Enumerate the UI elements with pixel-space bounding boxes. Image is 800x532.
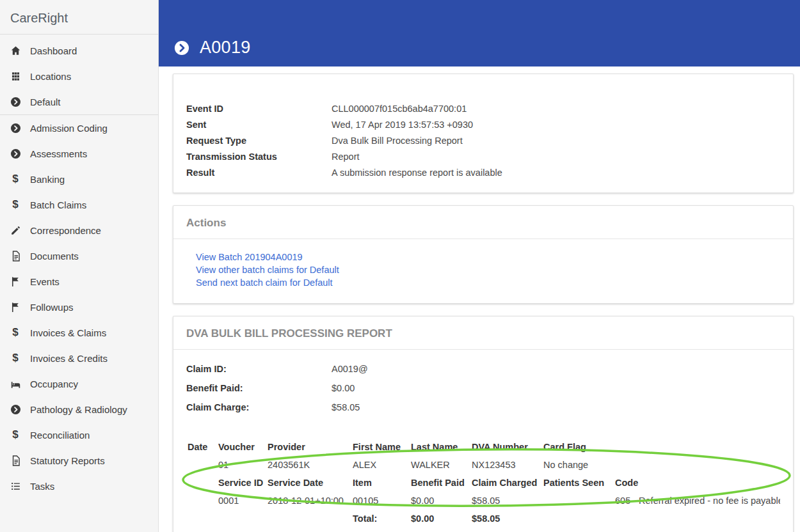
field-label: Event ID xyxy=(186,104,332,114)
total-benefit-paid: $0.00 xyxy=(411,510,472,528)
sidebar-item-locations[interactable]: Locations xyxy=(0,63,158,89)
sidebar-item-invoices-credits[interactable]: $ Invoices & Credits xyxy=(0,345,158,371)
sidebar-nav: Dashboard Locations Default Admission Co… xyxy=(0,35,158,499)
field-label: Benefit Paid: xyxy=(186,383,332,394)
transmission-status-row: Transmission Status Report xyxy=(186,152,780,162)
sidebar-item-reconciliation[interactable]: $ Reconciliation xyxy=(0,422,158,448)
field-value: Dva Bulk Bill Processing Report xyxy=(332,136,463,146)
cell xyxy=(615,438,780,456)
dva-report-title: DVA BULK BILL PROCESSING REPORT xyxy=(173,317,793,350)
field-value: A submission response report is availabl… xyxy=(332,168,502,178)
sidebar: CareRight Dashboard Locations Default Ad… xyxy=(0,0,159,532)
sidebar-item-tasks[interactable]: Tasks xyxy=(0,473,158,499)
circle-arrow-icon xyxy=(9,403,22,416)
bed-icon xyxy=(9,377,22,390)
sidebar-item-label: Followups xyxy=(30,302,74,313)
col-header-service-date: Service Date xyxy=(268,474,353,492)
edit-icon xyxy=(9,224,22,237)
circle-arrow-icon xyxy=(9,95,22,108)
sidebar-item-admission-coding[interactable]: Admission Coding xyxy=(0,115,158,141)
view-batch-link[interactable]: View Batch 201904A0019 xyxy=(196,251,780,263)
sidebar-item-label: Documents xyxy=(30,251,79,262)
flag-icon xyxy=(9,275,22,288)
cell xyxy=(188,510,218,528)
sidebar-item-events[interactable]: Events xyxy=(0,269,158,294)
claim-charged-cell: $58.05 xyxy=(472,492,543,510)
sidebar-item-occupancy[interactable]: Occupancy xyxy=(0,371,158,396)
sidebar-item-label: Batch Claims xyxy=(30,199,86,210)
field-label: Sent xyxy=(186,120,332,130)
sidebar-item-followups[interactable]: Followups xyxy=(0,294,158,320)
sidebar-item-label: Reconciliation xyxy=(30,430,90,441)
field-value: $0.00 xyxy=(332,383,355,394)
total-label: Total: xyxy=(353,510,411,528)
list-icon xyxy=(9,480,22,492)
cell xyxy=(218,510,268,528)
sidebar-item-default[interactable]: Default xyxy=(0,89,158,114)
sidebar-item-label: Pathology & Radiology xyxy=(30,404,127,415)
cell xyxy=(188,492,218,510)
sidebar-item-label: Tasks xyxy=(30,481,54,492)
sidebar-item-documents[interactable]: Documents xyxy=(0,243,158,269)
circle-arrow-icon xyxy=(9,147,22,160)
sidebar-item-assessments[interactable]: Assessments xyxy=(0,141,158,166)
sidebar-item-label: Occupancy xyxy=(30,379,78,389)
col-header-card-flag: Card Flag xyxy=(543,438,615,456)
col-header-item: Item xyxy=(353,474,411,492)
dva-report-card: DVA BULK BILL PROCESSING REPORT Claim ID… xyxy=(173,316,794,532)
sidebar-item-batch-claims[interactable]: $ Batch Claims xyxy=(0,192,158,217)
col-header-patients-seen: Patients Seen xyxy=(543,474,615,492)
document-icon xyxy=(9,249,22,262)
app-logo: CareRight xyxy=(0,0,158,35)
sidebar-item-label: Correspondence xyxy=(30,225,101,236)
dollar-icon: $ xyxy=(9,173,22,185)
dollar-icon: $ xyxy=(9,428,22,441)
sidebar-item-statutory-reports[interactable]: Statutory Reports xyxy=(0,448,158,473)
sidebar-item-dashboard[interactable]: Dashboard xyxy=(0,38,158,63)
col-header-voucher: Voucher xyxy=(218,438,268,456)
cell xyxy=(615,510,780,528)
claim-charge-row: Claim Charge: $58.05 xyxy=(186,402,780,413)
circle-arrow-icon xyxy=(9,121,22,134)
main-content: Event ID CLL000007f015cb6ab4a7700:01 Sen… xyxy=(159,66,800,532)
sidebar-item-correspondence[interactable]: Correspondence xyxy=(0,217,158,243)
col-header-dva-number: DVA Number xyxy=(472,438,543,456)
result-row: Result A submission response report is a… xyxy=(186,168,780,178)
provider-cell: 2403561K xyxy=(268,456,353,474)
event-details-card: Event ID CLL000007f015cb6ab4a7700:01 Sen… xyxy=(173,74,794,193)
code-cell: 605 - Referral expired - no fee is payab… xyxy=(615,492,780,510)
sidebar-item-label: Banking xyxy=(30,174,65,185)
sent-row: Sent Wed, 17 Apr 2019 13:57:53 +0930 xyxy=(186,120,780,130)
col-header-code: Code xyxy=(615,474,780,492)
field-value: $58.05 xyxy=(332,402,360,413)
actions-card-title: Actions xyxy=(173,206,793,239)
col-header-date: Date xyxy=(188,438,218,456)
cell xyxy=(188,474,218,492)
sidebar-item-label: Events xyxy=(30,276,60,287)
actions-card: Actions View Batch 201904A0019 View othe… xyxy=(173,205,794,304)
sidebar-item-pathology-radiology[interactable]: Pathology & Radiology xyxy=(0,396,158,422)
col-header-first-name: First Name xyxy=(353,438,411,456)
item-cell: 00105 xyxy=(353,492,411,510)
total-claim-charged: $58.05 xyxy=(472,510,543,528)
sidebar-item-label: Assessments xyxy=(30,148,87,159)
patients-seen-cell xyxy=(543,492,615,510)
event-id-row: Event ID CLL000007f015cb6ab4a7700:01 xyxy=(186,104,780,114)
sidebar-item-banking[interactable]: $ Banking xyxy=(0,166,158,192)
claim-id-row: Claim ID: A0019@ xyxy=(186,364,780,375)
col-header-benefit-paid: Benefit Paid xyxy=(411,474,472,492)
col-header-claim-charged: Claim Charged xyxy=(472,474,543,492)
sidebar-item-invoices-claims[interactable]: $ Invoices & Claims xyxy=(0,320,158,345)
send-next-batch-claim-link[interactable]: Send next batch claim for Default xyxy=(196,276,780,289)
field-label: Result xyxy=(186,168,332,178)
view-other-batch-claims-link[interactable]: View other batch claims for Default xyxy=(196,263,780,276)
col-header-service-id: Service ID xyxy=(218,474,268,492)
dollar-icon: $ xyxy=(9,198,22,211)
dva-number-cell: NX123453 xyxy=(472,456,543,474)
cell xyxy=(188,456,218,474)
field-label: Request Type xyxy=(186,136,332,146)
voucher-cell: 01 xyxy=(218,456,268,474)
field-value: A0019@ xyxy=(332,364,368,375)
claim-table: Date Voucher Provider First Name Last Na… xyxy=(173,426,793,532)
sidebar-item-label: Invoices & Credits xyxy=(30,353,108,364)
